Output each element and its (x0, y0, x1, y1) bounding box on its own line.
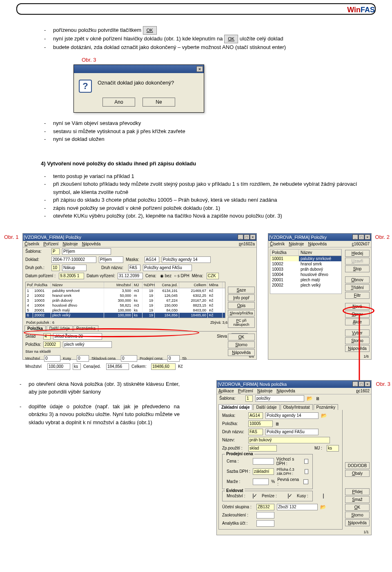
radio-bez[interactable]: ◉ bez (160, 274, 172, 278)
priloha-checkbox[interactable] (305, 469, 308, 474)
tab-poznamky[interactable]: Poznámky (314, 404, 339, 410)
btn-storno[interactable]: Storno (345, 337, 370, 344)
penize-checkbox[interactable] (288, 494, 289, 499)
btn-vyber[interactable]: Vyber (345, 329, 370, 336)
napoveda-button[interactable]: Nápověda (345, 519, 370, 526)
date-input[interactable]: 9.8.2005 1 (59, 273, 84, 279)
mnozstvi-input[interactable]: 100,000 (47, 363, 70, 370)
table-row[interactable]: 620002plech velký100,000ks19184,85618485… (26, 313, 225, 318)
close-icon[interactable]: × (365, 234, 370, 240)
anal-input[interactable] (256, 520, 274, 527)
storno-button[interactable]: Storno (345, 512, 370, 519)
btn-napoveda[interactable]: Nápověda (345, 345, 370, 352)
maska-input[interactable]: AG14 (145, 256, 159, 263)
menu-item[interactable]: Nápověda (82, 242, 101, 246)
close-icon[interactable]: × (250, 234, 256, 240)
kusy-checkbox[interactable] (323, 494, 324, 499)
sazba-select[interactable]: základní (253, 468, 274, 475)
mj-input[interactable]: ks (327, 445, 339, 452)
table-row[interactable]: 310003práh dubový300,000ks1967,22420167,… (26, 298, 225, 303)
menu-item[interactable]: Nápověda (308, 242, 327, 246)
table-row[interactable]: 20001plech malý (270, 277, 341, 283)
btn-uzavri[interactable]: Uzavři (345, 258, 370, 265)
btn-sleva[interactable]: Sleva/přirážka (228, 310, 255, 316)
btn-hledej[interactable]: Hledej (345, 250, 370, 257)
ok-button-inline[interactable]: OK (224, 35, 238, 43)
doklad-input[interactable]: 2004-777-100002 (51, 256, 96, 263)
btn-pridej[interactable]: Přidej (345, 488, 370, 495)
doc-icon[interactable] (275, 421, 280, 426)
druhnazvu-input[interactable]: FAS (248, 429, 263, 435)
pevna-checkbox[interactable] (303, 479, 308, 484)
btn-pcnakup[interactable]: PC při nákupech (228, 317, 255, 328)
minimize-icon[interactable]: _ (352, 234, 358, 240)
menu-item[interactable]: Pořízení (43, 242, 58, 246)
minimize-icon[interactable]: _ (238, 234, 243, 240)
menu-item[interactable]: Číselník (270, 242, 285, 246)
btn-smaz[interactable]: Smaž (345, 496, 370, 503)
ok-button[interactable]: OK (228, 334, 255, 341)
btn-oprav[interactable]: Oprav (345, 311, 370, 318)
mnozstvi-checkbox[interactable] (253, 494, 254, 499)
menu-item[interactable]: Pořízení (238, 389, 253, 393)
table-row[interactable]: 10001palubky smrkové (270, 256, 341, 261)
radio-sdph[interactable]: ○ s DPH (174, 274, 189, 278)
table-row[interactable]: 410004houslové dřevo58,821m319150,000882… (26, 303, 225, 308)
menu-item[interactable]: Aplikace (218, 389, 234, 393)
table-row[interactable]: 210002hranol smrk50,000m19126,0456302,25… (26, 293, 225, 298)
zp-select[interactable]: sklad (248, 445, 277, 452)
druh-input[interactable]: 10 (51, 265, 60, 271)
storno-button[interactable]: Storno (228, 341, 255, 348)
btn-infopopr[interactable]: Info popř (228, 294, 255, 301)
table-row[interactable]: 20002plech velký (270, 283, 341, 288)
yes-button[interactable]: Ano (102, 98, 135, 107)
sablona-input[interactable]: 1 (245, 395, 253, 402)
date-input[interactable]: 31.12.2099 (118, 273, 143, 279)
sablona-input[interactable]: P (51, 248, 60, 255)
tab-dalsi[interactable]: Další údaje (47, 325, 73, 331)
menu-item[interactable]: Nástroje (289, 242, 304, 246)
btn-akce[interactable]: Akce (345, 318, 370, 325)
napoveda-button[interactable]: Nápověda (228, 349, 255, 356)
ok-button[interactable]: OK (345, 504, 370, 511)
tab-dalsi[interactable]: Další údaje (253, 404, 279, 410)
btn-saze[interactable]: Saze (228, 287, 255, 294)
cenajed-input[interactable]: 184,856 (106, 363, 129, 370)
btn-obnov[interactable]: Obnov (345, 276, 370, 283)
maximize-icon[interactable]: □ (244, 234, 249, 240)
polozka-input[interactable]: 10005 (248, 421, 273, 427)
btn-dododb[interactable]: DOD/ODB (345, 462, 370, 469)
close-icon[interactable]: × (365, 381, 370, 387)
maximize-icon[interactable]: □ (359, 381, 364, 387)
polozka-input[interactable]: 20002 (43, 341, 60, 348)
ucetni-input[interactable]: ZB132 (256, 504, 274, 510)
btn-opis[interactable]: Opis (228, 302, 255, 309)
table-row[interactable]: 10004houslové dřevo (270, 272, 341, 277)
table-row[interactable]: 110001palubky smrkové3,500m3196134,19121… (26, 288, 225, 293)
zaokr-input[interactable] (256, 512, 274, 519)
menu-item[interactable]: Nástroje (62, 242, 78, 246)
table-row[interactable]: 520001plech malý100,000ks1984,0308403,00… (26, 308, 225, 313)
nazev-input[interactable]: práh bukový (248, 437, 330, 443)
btn-obaly[interactable]: Obaly (345, 470, 370, 477)
menu-item[interactable]: Nástroje (257, 389, 272, 393)
menu-item[interactable]: Nápověda (276, 389, 295, 393)
btn-stop[interactable]: Stop (345, 265, 370, 272)
menu-item[interactable]: Číselník (24, 242, 39, 246)
btn-nova[interactable]: Nová (345, 303, 370, 310)
mena-input[interactable]: CZK (207, 273, 219, 279)
table-row[interactable]: 10002hranol smrk (270, 261, 341, 267)
table-row[interactable]: 10003práh dubový (270, 267, 341, 272)
btn-filtr[interactable]: Filtr (345, 292, 370, 299)
tab-polozka[interactable]: Položka (24, 325, 46, 331)
celkem-input[interactable]: 18486,60 (151, 363, 176, 370)
minimize-icon[interactable]: _ (352, 381, 358, 387)
no-button[interactable]: Ne (143, 98, 175, 107)
folder-icon[interactable] (320, 504, 327, 510)
tab-obaly[interactable]: Obaly/Intrastat (281, 404, 313, 410)
close-icon[interactable]: × (196, 66, 203, 72)
input[interactable]: FAS (128, 265, 140, 271)
vychozi-checkbox[interactable] (304, 459, 308, 464)
folder-icon[interactable] (321, 413, 327, 418)
marze-input[interactable] (253, 479, 269, 485)
